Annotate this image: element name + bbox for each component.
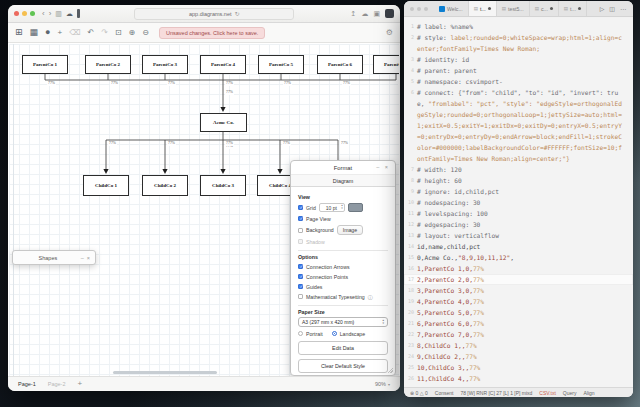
root-node[interactable]: Acme Co. (200, 113, 247, 132)
info-icon[interactable]: ⓘ (368, 294, 373, 300)
profile-avatar[interactable] (385, 9, 394, 18)
problems-status[interactable]: ⊗ 0 △ 0 (410, 390, 428, 396)
code-line[interactable]: 150,Acme Co.,"8,9,10,11,12", (404, 252, 633, 263)
portrait-radio[interactable] (298, 331, 303, 336)
minimize-window-button[interactable] (417, 7, 421, 11)
close-window-button[interactable] (410, 7, 414, 11)
editor-tab-5[interactable]: ▤t... (559, 1, 587, 16)
code-line[interactable]: 161,ParentCo 1,0,77% (404, 263, 633, 274)
code-line[interactable]: 194,ParentCo 4,0,77% (404, 296, 633, 307)
add-page-button[interactable]: + (78, 380, 83, 388)
redo-icon[interactable]: ↷ (101, 29, 108, 37)
zoom-out-icon[interactable]: ⊖ (142, 29, 149, 37)
editor-tab-3[interactable]: ▤test5... (497, 1, 530, 16)
code-line[interactable]: 249,ChildCo 2,,77% (404, 351, 633, 362)
zoom-in-icon[interactable]: ⊕ (129, 29, 136, 37)
code-line[interactable]: 14id,name,child,pct (404, 241, 633, 252)
code-line[interactable]: 2# style: label;rounded=0;whiteSpace=wra… (404, 32, 633, 54)
code-line[interactable]: 8# height: 60 (404, 175, 633, 186)
parent-node[interactable]: ParentCo 5 (258, 55, 304, 74)
grid-color-swatch[interactable] (348, 203, 363, 212)
child-node[interactable]: ChildCo 2 (142, 175, 188, 196)
code-line[interactable]: 3# identity: id (404, 54, 633, 65)
parent-node[interactable]: ParentCo 3 (142, 55, 188, 74)
code-line[interactable]: 1# label: %name% (404, 21, 633, 32)
code-line[interactable]: 6# connect: {"from": "child", "to": "id"… (404, 87, 633, 164)
parent-node[interactable]: ParentCo 7 (373, 55, 399, 74)
panel-resize-handle[interactable] (387, 367, 393, 373)
code-line[interactable]: 12# edgespacing: 30 (404, 219, 633, 230)
close-icon[interactable]: × (87, 255, 90, 261)
child-node[interactable]: ChildCo 3 (200, 175, 246, 196)
paper-size-select[interactable]: A3 (297 mm x 420 mm) ▴▾ (298, 317, 388, 327)
settings-icon[interactable]: ⚙ (386, 28, 393, 37)
fit-page-icon[interactable]: ⊡ (115, 29, 122, 37)
editor-tab-4[interactable]: ▤c... (530, 1, 559, 16)
branch-status[interactable]: Consent (435, 390, 454, 396)
code-line[interactable]: 183,ParentCo 3,0,77% (404, 285, 633, 296)
code-line[interactable]: 216,ParentCo 6,0,77% (404, 318, 633, 329)
run-icon[interactable]: ▷ (600, 5, 605, 12)
zoom-window-button[interactable] (424, 7, 428, 11)
editor-tab-1[interactable]: Welc... (434, 1, 469, 16)
zoom-control[interactable]: 90% ▾ (375, 381, 390, 387)
zoom-window-button[interactable] (30, 11, 35, 16)
layers-icon[interactable]: ▦ (30, 28, 39, 37)
extension-icon[interactable] (77, 9, 80, 18)
editor-tab-2[interactable]: ▤t... (469, 1, 497, 16)
stepper-icon[interactable]: ▴▾ (341, 204, 343, 210)
tab-diagram[interactable]: Diagram (291, 174, 395, 187)
file-type-status[interactable]: CSV.txt (539, 390, 556, 396)
parent-node[interactable]: ParentCo 6 (317, 55, 363, 74)
minimize-window-button[interactable] (22, 11, 27, 16)
code-line[interactable]: 10# nodespacing: 30 (404, 197, 633, 208)
status-item-1[interactable]: Query (563, 390, 577, 396)
edit-data-button[interactable]: Edit Data (298, 341, 388, 355)
math-typesetting-checkbox[interactable] (298, 294, 303, 299)
horizontal-scrollbar[interactable] (113, 371, 217, 374)
code-editor[interactable]: 1# label: %name%2# style: label;rounded=… (404, 18, 633, 387)
connection-points-checkbox[interactable] (298, 274, 303, 279)
code-line[interactable]: 205,ParentCo 5,0,77% (404, 307, 633, 318)
code-line[interactable]: 2510,ChildCo 3,,77% (404, 362, 633, 373)
image-button[interactable]: Image (337, 225, 363, 235)
code-line[interactable]: 227,ParentCo 7,0,77% (404, 329, 633, 340)
page-view-checkbox[interactable] (298, 216, 303, 221)
delete-icon[interactable]: ⌫ (69, 29, 80, 37)
parent-node[interactable]: ParentCo 1 (22, 55, 68, 74)
code-line[interactable]: 13# layout: verticalflow (404, 230, 633, 241)
close-window-button[interactable] (14, 11, 19, 16)
undo-icon[interactable]: ↶ (87, 29, 94, 37)
grid-checkbox[interactable] (298, 205, 303, 210)
shapes-panel[interactable]: Shapes – × (12, 250, 96, 265)
address-bar[interactable]: app.diagrams.net ↻ (134, 8, 294, 20)
freehand-icon[interactable]: ● (45, 28, 50, 37)
landscape-radio[interactable] (332, 331, 337, 336)
panel-window-icons[interactable]: – × (376, 164, 390, 170)
minimize-icon[interactable]: – (81, 255, 84, 261)
download-icon[interactable]: ☁ (361, 10, 368, 17)
more-actions-icon[interactable]: ⋯ (620, 5, 626, 12)
status-item-2[interactable]: Align (583, 390, 594, 396)
split-editor-icon[interactable]: ◫ (609, 5, 615, 12)
connection-arrows-checkbox[interactable] (298, 264, 303, 269)
editor-stats[interactable]: 78 [W] RNR [C] 27 [L] 1 [P] mixd (460, 390, 532, 396)
child-node[interactable]: ChildCo 1 (83, 175, 129, 196)
view-icon[interactable]: ⊞ (15, 28, 23, 37)
window-controls[interactable] (404, 1, 434, 16)
cloud-icon[interactable]: ☁ (66, 10, 73, 17)
share-icon[interactable]: ↥ (351, 10, 357, 17)
code-line[interactable]: 172,ParentCo 2,0,77% (404, 274, 633, 285)
window-controls[interactable] (14, 11, 35, 16)
code-line[interactable]: 7# width: 120 (404, 164, 633, 175)
code-line[interactable]: 5# namespace: csvimport- (404, 76, 633, 87)
add-shape-icon[interactable]: + (58, 29, 63, 37)
forward-icon[interactable]: › (49, 10, 52, 18)
page-tab-1[interactable]: Page-1 (18, 381, 36, 387)
tab-overview-icon[interactable]: ▣ (373, 10, 380, 17)
grid-size-input[interactable]: 10 pt ▴▾ (319, 203, 345, 212)
sidebar-icon[interactable]: ▥ (55, 10, 62, 17)
code-line[interactable]: 4# parent: parent (404, 65, 633, 76)
refresh-icon[interactable]: ↻ (234, 10, 239, 17)
code-line[interactable]: 9# ignore: id,child,pct (404, 186, 633, 197)
